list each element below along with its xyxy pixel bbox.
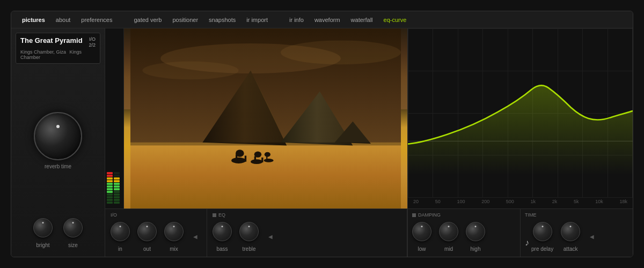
time-knobs-row: ♪ pre delay attack ◀ (525, 220, 628, 254)
size-label: size (68, 242, 78, 248)
vu-seg (107, 191, 113, 193)
center-area: I/O in out mix (105, 28, 407, 257)
left-panel: The Great Pyramid I/O2/2 Kings Chamber, … (11, 28, 105, 257)
freq-200: 200 (481, 199, 489, 207)
vu-seg-off (107, 193, 113, 196)
nav-about[interactable]: about (50, 11, 76, 28)
in-knob-group: in (111, 222, 130, 252)
damping-knobs-row: low mid high (412, 220, 516, 254)
mid-knob[interactable] (439, 222, 458, 241)
title-area: The Great Pyramid I/O2/2 Kings Chamber, … (16, 33, 100, 64)
vu-seg-off (114, 196, 120, 198)
svg-point-9 (231, 158, 246, 163)
bright-label: bright (36, 242, 49, 248)
vu-seg (107, 177, 113, 180)
time-arrow[interactable]: ◀ (590, 234, 594, 240)
vu-seg (107, 180, 113, 182)
damping-section: DAMPING low mid high (408, 209, 521, 257)
mid-label: mid (444, 246, 453, 252)
freq-10k: 10k (595, 199, 603, 207)
eq-square-icon (213, 213, 216, 217)
subtitle: Kings Chamber, Giza Kings Chamber (20, 49, 96, 60)
freq-20: 20 (413, 199, 419, 207)
io-knobs-row: in out mix ◀ (111, 220, 201, 254)
nav-pictures[interactable]: pictures (17, 11, 50, 28)
low-label: low (418, 246, 426, 252)
vu-seg-off (114, 172, 120, 174)
low-knob-group: low (412, 222, 431, 252)
svg-point-17 (254, 152, 261, 158)
treble-knob-group: treble (239, 222, 259, 252)
nav-gated-verb[interactable]: gated verb (128, 11, 167, 28)
in-knob[interactable] (111, 222, 130, 241)
vu-seg (114, 180, 120, 182)
svg-rect-4 (130, 143, 401, 209)
vu-section (105, 28, 124, 209)
vu-seg-off (114, 191, 120, 193)
vu-seg-off (114, 202, 120, 204)
plugin-container: pictures about preferences gated verb po… (11, 11, 633, 257)
damping-label: DAMPING (418, 212, 441, 218)
vu-seg-off (114, 175, 120, 177)
out-knob[interactable] (137, 222, 157, 241)
svg-point-20 (265, 152, 270, 157)
reverb-time-knob[interactable] (34, 112, 82, 160)
attack-knob[interactable] (561, 222, 580, 241)
picture-vu-row (105, 28, 407, 209)
svg-point-3 (281, 40, 401, 64)
vu-seg (107, 183, 113, 185)
nav-waterfall[interactable]: waterfall (346, 11, 378, 28)
io-section: I/O in out mix (105, 209, 207, 257)
attack-knob-group: attack (561, 222, 580, 252)
top-nav: pictures about preferences gated verb po… (11, 11, 633, 28)
vu-seg-off (107, 202, 113, 204)
pyramid-image (124, 28, 407, 209)
low-knob[interactable] (412, 222, 431, 241)
pre-delay-icon: ♪ (525, 238, 529, 248)
nav-positioner[interactable]: positioner (167, 11, 203, 28)
freq-18k: 18k (619, 199, 627, 207)
pyramid-svg (124, 28, 407, 209)
vu-seg (107, 188, 113, 190)
svg-rect-15 (254, 157, 256, 162)
mid-knob-group: mid (439, 222, 458, 252)
bottom-controls: I/O in out mix (105, 209, 407, 257)
nav-waveform[interactable]: waveform (309, 11, 346, 28)
svg-rect-16 (261, 158, 263, 162)
svg-point-18 (264, 159, 274, 162)
eq-graph-area (408, 28, 633, 198)
io-arrow[interactable]: ◀ (193, 234, 197, 240)
vu-seg-off (114, 199, 120, 201)
vu-seg (114, 188, 120, 190)
mix-knob[interactable] (164, 222, 184, 241)
svg-point-13 (237, 151, 243, 154)
freq-100: 100 (457, 199, 465, 207)
small-knobs-row: bright size (16, 214, 100, 252)
bass-knob[interactable] (213, 222, 232, 241)
nav-snapshots[interactable]: snapshots (203, 11, 241, 28)
size-knob[interactable] (63, 218, 83, 237)
eq-curve-svg (408, 28, 633, 198)
high-knob[interactable] (466, 222, 485, 241)
pre-delay-knob-group: pre delay (531, 222, 553, 252)
in-label: in (118, 246, 122, 252)
nav-ir-import[interactable]: ir import (241, 11, 273, 28)
vu-seg (114, 177, 120, 180)
eq-section-header: EQ (213, 212, 401, 218)
treble-knob[interactable] (239, 222, 259, 241)
plugin-title: The Great Pyramid (20, 36, 83, 44)
nav-ir-info[interactable]: ir info (284, 11, 309, 28)
picture-section (124, 28, 407, 209)
out-knob-group: out (137, 222, 157, 252)
eq-freq-labels: 20 50 100 200 500 1k 2k 5k 10k 18k (408, 198, 633, 209)
nav-eq-curve[interactable]: eq-curve (378, 11, 412, 28)
freq-2k: 2k (552, 199, 558, 207)
bright-knob-group: bright (33, 218, 53, 248)
right-bottom-controls: DAMPING low mid high (408, 209, 633, 257)
eq-arrow[interactable]: ◀ (268, 234, 273, 240)
nav-preferences[interactable]: preferences (76, 11, 118, 28)
mix-knob-group: mix (164, 222, 184, 252)
pre-delay-knob[interactable] (533, 222, 552, 241)
vu-right (114, 33, 120, 204)
bright-knob[interactable] (33, 218, 53, 237)
